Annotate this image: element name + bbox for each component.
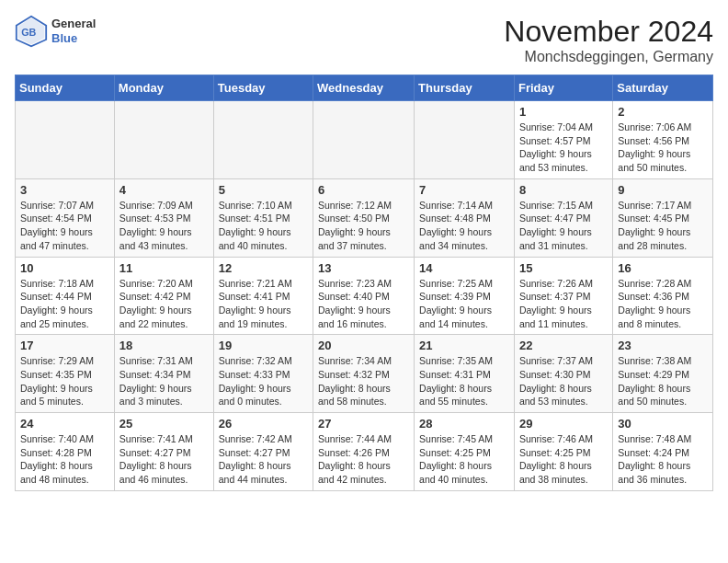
day-number: 9: [618, 183, 708, 197]
day-number: 27: [318, 417, 409, 431]
day-number: 23: [618, 339, 708, 352]
day-detail: Sunrise: 7:38 AM Sunset: 4:29 PM Dayligh…: [618, 354, 708, 408]
day-number: 16: [618, 261, 708, 275]
day-detail: Sunrise: 7:34 AM Sunset: 4:32 PM Dayligh…: [318, 354, 409, 408]
calendar-week-row: 1Sunrise: 7:04 AM Sunset: 4:57 PM Daylig…: [16, 101, 713, 179]
calendar-cell: 9Sunrise: 7:17 AM Sunset: 4:45 PM Daylig…: [613, 178, 713, 257]
logo-blue: Blue: [51, 31, 96, 46]
day-detail: Sunrise: 7:04 AM Sunset: 4:57 PM Dayligh…: [519, 121, 608, 175]
day-number: 6: [318, 183, 409, 197]
svg-text:GB: GB: [21, 27, 36, 38]
calendar-cell: 13Sunrise: 7:23 AM Sunset: 4:40 PM Dayli…: [313, 257, 415, 335]
calendar-cell: 18Sunrise: 7:31 AM Sunset: 4:34 PM Dayli…: [114, 335, 213, 413]
day-detail: Sunrise: 7:45 AM Sunset: 4:25 PM Dayligh…: [419, 432, 509, 487]
day-header-sunday: Sunday: [16, 75, 115, 101]
day-number: 13: [318, 261, 409, 275]
day-detail: Sunrise: 7:14 AM Sunset: 4:48 PM Dayligh…: [419, 199, 509, 253]
calendar-week-row: 24Sunrise: 7:40 AM Sunset: 4:28 PM Dayli…: [16, 413, 713, 491]
day-detail: Sunrise: 7:48 AM Sunset: 4:24 PM Dayligh…: [618, 432, 708, 487]
day-number: 5: [219, 183, 308, 197]
logo-icon: GB: [15, 15, 48, 48]
day-number: 25: [119, 417, 209, 431]
day-detail: Sunrise: 7:23 AM Sunset: 4:40 PM Dayligh…: [318, 277, 409, 331]
day-number: 24: [20, 417, 109, 431]
calendar-cell: [16, 101, 115, 179]
calendar-cell: 29Sunrise: 7:46 AM Sunset: 4:25 PM Dayli…: [514, 413, 612, 491]
day-number: 4: [119, 183, 209, 197]
calendar-cell: 16Sunrise: 7:28 AM Sunset: 4:36 PM Dayli…: [613, 257, 713, 335]
day-number: 3: [20, 183, 109, 197]
calendar-cell: 19Sunrise: 7:32 AM Sunset: 4:33 PM Dayli…: [213, 335, 313, 413]
day-detail: Sunrise: 7:44 AM Sunset: 4:26 PM Dayligh…: [318, 432, 409, 487]
day-detail: Sunrise: 7:18 AM Sunset: 4:44 PM Dayligh…: [20, 277, 109, 331]
calendar-cell: 1Sunrise: 7:04 AM Sunset: 4:57 PM Daylig…: [514, 101, 612, 179]
calendar: SundayMondayTuesdayWednesdayThursdayFrid…: [15, 75, 713, 491]
calendar-cell: 24Sunrise: 7:40 AM Sunset: 4:28 PM Dayli…: [16, 413, 115, 491]
calendar-cell: 25Sunrise: 7:41 AM Sunset: 4:27 PM Dayli…: [114, 413, 213, 491]
day-detail: Sunrise: 7:31 AM Sunset: 4:34 PM Dayligh…: [119, 354, 209, 408]
day-number: 11: [119, 261, 209, 275]
header: GB General Blue November 2024 Monchsdegg…: [15, 15, 713, 65]
day-number: 8: [519, 183, 608, 197]
day-number: 1: [519, 105, 608, 119]
day-number: 26: [219, 417, 308, 431]
calendar-cell: [114, 101, 213, 179]
day-number: 30: [618, 417, 708, 431]
location-title: Monchsdeggingen, Germany: [504, 49, 713, 65]
calendar-week-row: 3Sunrise: 7:07 AM Sunset: 4:54 PM Daylig…: [16, 178, 713, 257]
day-detail: Sunrise: 7:09 AM Sunset: 4:53 PM Dayligh…: [119, 199, 209, 253]
day-number: 21: [419, 339, 509, 352]
calendar-cell: 8Sunrise: 7:15 AM Sunset: 4:47 PM Daylig…: [514, 178, 612, 257]
calendar-cell: 4Sunrise: 7:09 AM Sunset: 4:53 PM Daylig…: [114, 178, 213, 257]
day-number: 22: [519, 339, 608, 352]
calendar-cell: 6Sunrise: 7:12 AM Sunset: 4:50 PM Daylig…: [313, 178, 415, 257]
day-detail: Sunrise: 7:07 AM Sunset: 4:54 PM Dayligh…: [20, 199, 109, 253]
calendar-cell: [313, 101, 415, 179]
calendar-cell: 28Sunrise: 7:45 AM Sunset: 4:25 PM Dayli…: [415, 413, 515, 491]
day-number: 12: [219, 261, 308, 275]
day-detail: Sunrise: 7:35 AM Sunset: 4:31 PM Dayligh…: [419, 354, 509, 408]
calendar-cell: [415, 101, 515, 179]
logo: GB General Blue: [15, 15, 96, 48]
day-header-saturday: Saturday: [613, 75, 713, 101]
day-detail: Sunrise: 7:37 AM Sunset: 4:30 PM Dayligh…: [519, 354, 608, 408]
day-detail: Sunrise: 7:40 AM Sunset: 4:28 PM Dayligh…: [20, 432, 109, 487]
day-number: 28: [419, 417, 509, 431]
title-block: November 2024 Monchsdeggingen, Germany: [504, 15, 713, 65]
day-detail: Sunrise: 7:15 AM Sunset: 4:47 PM Dayligh…: [519, 199, 608, 253]
day-header-monday: Monday: [114, 75, 213, 101]
calendar-cell: 27Sunrise: 7:44 AM Sunset: 4:26 PM Dayli…: [313, 413, 415, 491]
day-detail: Sunrise: 7:17 AM Sunset: 4:45 PM Dayligh…: [618, 199, 708, 253]
calendar-cell: 10Sunrise: 7:18 AM Sunset: 4:44 PM Dayli…: [16, 257, 115, 335]
day-detail: Sunrise: 7:42 AM Sunset: 4:27 PM Dayligh…: [219, 432, 308, 487]
day-detail: Sunrise: 7:29 AM Sunset: 4:35 PM Dayligh…: [20, 354, 109, 408]
day-detail: Sunrise: 7:25 AM Sunset: 4:39 PM Dayligh…: [419, 277, 509, 331]
day-header-wednesday: Wednesday: [313, 75, 415, 101]
calendar-cell: 7Sunrise: 7:14 AM Sunset: 4:48 PM Daylig…: [415, 178, 515, 257]
day-detail: Sunrise: 7:32 AM Sunset: 4:33 PM Dayligh…: [219, 354, 308, 408]
calendar-cell: 11Sunrise: 7:20 AM Sunset: 4:42 PM Dayli…: [114, 257, 213, 335]
day-number: 14: [419, 261, 509, 275]
day-detail: Sunrise: 7:21 AM Sunset: 4:41 PM Dayligh…: [219, 277, 308, 331]
day-number: 7: [419, 183, 509, 197]
day-number: 19: [219, 339, 308, 352]
calendar-cell: 30Sunrise: 7:48 AM Sunset: 4:24 PM Dayli…: [613, 413, 713, 491]
calendar-cell: 2Sunrise: 7:06 AM Sunset: 4:56 PM Daylig…: [613, 101, 713, 179]
calendar-cell: 23Sunrise: 7:38 AM Sunset: 4:29 PM Dayli…: [613, 335, 713, 413]
day-detail: Sunrise: 7:20 AM Sunset: 4:42 PM Dayligh…: [119, 277, 209, 331]
calendar-header-row: SundayMondayTuesdayWednesdayThursdayFrid…: [16, 75, 713, 101]
day-detail: Sunrise: 7:46 AM Sunset: 4:25 PM Dayligh…: [519, 432, 608, 487]
day-header-friday: Friday: [514, 75, 612, 101]
day-detail: Sunrise: 7:26 AM Sunset: 4:37 PM Dayligh…: [519, 277, 608, 331]
calendar-cell: 15Sunrise: 7:26 AM Sunset: 4:37 PM Dayli…: [514, 257, 612, 335]
calendar-cell: 20Sunrise: 7:34 AM Sunset: 4:32 PM Dayli…: [313, 335, 415, 413]
day-number: 20: [318, 339, 409, 352]
calendar-cell: [213, 101, 313, 179]
logo-text: General Blue: [51, 17, 96, 45]
day-detail: Sunrise: 7:06 AM Sunset: 4:56 PM Dayligh…: [618, 121, 708, 175]
day-number: 15: [519, 261, 608, 275]
logo-general: General: [51, 17, 96, 31]
day-number: 10: [20, 261, 109, 275]
day-number: 17: [20, 339, 109, 352]
day-header-thursday: Thursday: [415, 75, 515, 101]
